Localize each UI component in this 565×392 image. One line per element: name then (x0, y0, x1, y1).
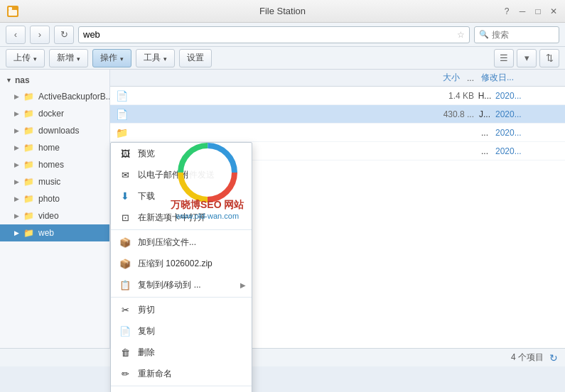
zip-icon: 📦 (119, 236, 131, 248)
arrow-icon: ▶ (14, 93, 19, 100)
address-input-wrap: ☆ (78, 26, 470, 43)
menu-item-open-tab[interactable]: ⊡ 在新选项卡中打开 (111, 207, 252, 228)
arrow-icon: ▶ (14, 229, 19, 236)
forward-button[interactable]: › (30, 26, 50, 44)
rename-icon: ✏ (119, 368, 131, 379)
file-icon: 📄 (116, 109, 128, 120)
nas-label: nas (15, 75, 30, 85)
view-dropdown-button[interactable]: ▾ (517, 49, 537, 67)
context-menu: 🖼 预览 ✉ 以电子邮件附件发送 ⬇ 下载 ⊡ 在新选项卡中打开 📦 加到压缩文… (110, 142, 252, 392)
menu-item-delete[interactable]: 🗑 删除 (111, 342, 252, 363)
menu-label: 预览 (138, 148, 155, 160)
upload-button[interactable]: 上传 (6, 49, 45, 67)
compress-icon: 📦 (119, 258, 131, 269)
menu-item-add-zip[interactable]: 📦 加到压缩文件... (111, 232, 252, 253)
file-owner: ... (474, 146, 495, 156)
sidebar-item-docker[interactable]: ▶ 📁 docker (0, 105, 109, 122)
new-button[interactable]: 新增 (49, 49, 88, 67)
menu-label: 删除 (138, 347, 155, 359)
refresh-nav-button[interactable]: ↻ (54, 26, 74, 44)
sidebar-item-video[interactable]: ▶ 📁 video (0, 207, 109, 224)
arrow-icon: ▶ (14, 195, 19, 202)
folder-icon: 📁 (23, 194, 34, 204)
sidebar-root[interactable]: ▼ nas (0, 72, 109, 88)
search-input[interactable] (492, 30, 549, 40)
menu-item-download[interactable]: ⬇ 下载 (111, 185, 252, 207)
title-bar: File Station ? ─ □ ✕ (0, 0, 565, 23)
tools-button[interactable]: 工具 (136, 49, 175, 67)
sidebar-item-homes[interactable]: ▶ 📁 homes (0, 156, 109, 173)
col-header-size[interactable]: 大小 (403, 72, 460, 84)
bookmark-icon[interactable]: ☆ (457, 30, 465, 40)
refresh-button[interactable]: ↻ (549, 352, 558, 364)
arrow-icon: ▶ (14, 144, 19, 151)
maximize-button[interactable]: □ (532, 6, 544, 17)
sidebar-item-music[interactable]: ▶ 📁 music (0, 173, 109, 190)
arrow-icon: ▶ (14, 178, 19, 185)
menu-item-copy[interactable]: 📄 复制 (111, 320, 252, 342)
arrow-icon: ▶ (14, 212, 19, 219)
tree-expand-icon: ▼ (6, 77, 12, 84)
upload-dropdown-icon (33, 53, 37, 63)
file-modified: 2020... (495, 146, 559, 156)
folder-icon: 📁 (23, 126, 34, 136)
col-header-modified[interactable]: 修改日... (481, 72, 545, 84)
sidebar-item-web[interactable]: ▶ 📁 web (0, 224, 109, 241)
sidebar-item-label: music (38, 177, 60, 187)
menu-divider (111, 297, 252, 298)
sidebar-item-home[interactable]: ▶ 📁 home (0, 139, 109, 156)
window-controls: ? ─ □ ✕ (501, 6, 559, 17)
sort-button[interactable]: ⇅ (539, 49, 559, 67)
menu-item-desktop-shortcut[interactable]: 🖥 创建桌面快捷方式 (111, 388, 252, 392)
table-row[interactable]: 📁 ... 2020... (110, 124, 565, 142)
menu-label: 复制 (138, 325, 155, 337)
folder-icon: 📁 (23, 143, 34, 153)
menu-label: 重新命名 (138, 368, 172, 380)
menu-label: 剪切 (138, 304, 155, 316)
file-owner: ... (474, 128, 495, 138)
menu-label: 以电子邮件附件发送 (138, 169, 215, 181)
upload-label: 上传 (14, 52, 31, 64)
sidebar-item-downloads[interactable]: ▶ 📁 downloads (0, 122, 109, 139)
table-row[interactable]: 📄 1.4 KB H... 2020... (110, 87, 565, 105)
back-button[interactable]: ‹ (6, 26, 26, 44)
file-modified: 2020... (495, 91, 559, 101)
settings-button[interactable]: 设置 (179, 49, 212, 67)
copy-icon: 📄 (119, 325, 131, 337)
menu-item-rename[interactable]: ✏ 重新命名 (111, 363, 252, 384)
sidebar-item-activebackup[interactable]: ▶ 📁 ActiveBackupforB... (0, 88, 109, 105)
list-view-button[interactable]: ☰ (494, 49, 514, 67)
address-input[interactable] (83, 29, 457, 40)
delete-icon: 🗑 (119, 347, 131, 358)
sidebar-item-label: web (38, 228, 54, 238)
minimize-button[interactable]: ─ (517, 6, 528, 17)
sidebar-item-photo[interactable]: ▶ 📁 photo (0, 190, 109, 207)
file-list-header: 大小 ... 修改日... (110, 70, 565, 87)
file-size: 430.8 ... (417, 109, 474, 119)
menu-item-compress-zip[interactable]: 📦 压缩到 1026002.zip (111, 253, 252, 274)
download-icon: ⬇ (119, 190, 131, 202)
folder-icon: 📁 (23, 177, 34, 187)
close-button[interactable]: ✕ (548, 6, 559, 17)
operation-button[interactable]: 操作 (92, 49, 131, 67)
menu-item-preview[interactable]: 🖼 预览 (111, 143, 252, 164)
menu-item-copy-move[interactable]: 📋 复制到/移动到 ... ▶ (111, 274, 252, 295)
file-icon: 📄 (116, 90, 128, 102)
sidebar-item-label: downloads (38, 126, 79, 136)
menu-item-email[interactable]: ✉ 以电子邮件附件发送 (111, 164, 252, 185)
menu-label: 在新选项卡中打开 (138, 212, 206, 224)
file-owner: J... (474, 109, 495, 119)
menu-item-cut[interactable]: ✂ 剪切 (111, 299, 252, 320)
col-header-dots: ... (460, 73, 481, 83)
help-button[interactable]: ? (501, 6, 512, 17)
cut-icon: ✂ (119, 304, 131, 315)
menu-label: 复制到/移动到 ... (138, 279, 201, 291)
sidebar-item-label: homes (38, 160, 64, 170)
app-icon (6, 4, 20, 18)
email-icon: ✉ (119, 169, 131, 180)
sidebar-item-label: video (38, 211, 59, 221)
table-row[interactable]: 📄 430.8 ... J... 2020... (110, 105, 565, 124)
svg-rect-1 (9, 10, 17, 16)
new-dropdown-icon (77, 53, 80, 63)
window-title: File Station (259, 6, 306, 16)
